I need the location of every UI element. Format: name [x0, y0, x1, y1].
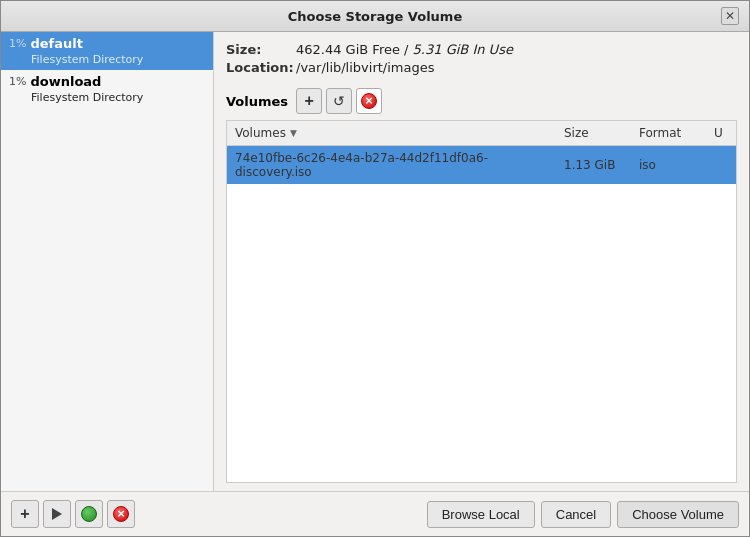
play-icon [52, 508, 62, 520]
location-label: Location: [226, 60, 296, 75]
delete-pool-icon [113, 506, 129, 522]
volumes-label: Volumes [226, 94, 288, 109]
right-panel: Size: 462.44 GiB Free / 5.31 GiB In Use … [214, 32, 749, 491]
bottom-toolbar: + Browse Local Cancel Choose Volume [1, 491, 749, 536]
cell-size-0: 1.13 GiB [556, 156, 631, 174]
add-icon: + [20, 506, 29, 522]
bottom-left-buttons: + [11, 500, 423, 528]
cell-volumes-0: 74e10fbe-6c26-4e4a-b27a-44d2f11df0a6-dis… [227, 149, 556, 181]
volumes-toolbar: Volumes + ↺ [226, 88, 737, 114]
table-body: 74e10fbe-6c26-4e4a-b27a-44d2f11df0a6-dis… [227, 146, 736, 482]
sidebar-sub-download: Filesystem Directory [31, 91, 143, 104]
delete-pool-button[interactable] [107, 500, 135, 528]
title-bar: Choose Storage Volume ✕ [1, 1, 749, 32]
table-row[interactable]: 74e10fbe-6c26-4e4a-b27a-44d2f11df0a6-dis… [227, 146, 736, 184]
volumes-table: Volumes ▼ Size Format U 74e10fbe-6c26-4e… [226, 120, 737, 483]
sidebar: 1% default Filesystem Directory 1% downl… [1, 32, 214, 491]
plus-icon: + [304, 93, 313, 109]
location-row: Location: /var/lib/libvirt/images [226, 60, 737, 75]
choose-volume-button[interactable]: Choose Volume [617, 501, 739, 528]
cancel-button[interactable]: Cancel [541, 501, 611, 528]
browse-local-button[interactable]: Browse Local [427, 501, 535, 528]
start-pool-button[interactable] [43, 500, 71, 528]
dialog-title: Choose Storage Volume [29, 9, 721, 24]
sidebar-percent-default: 1% [9, 37, 26, 50]
add-pool-button[interactable]: + [11, 500, 39, 528]
sidebar-name-download: download [30, 74, 101, 89]
cell-format-0: iso [631, 156, 706, 174]
col-header-size: Size [556, 124, 631, 142]
close-button[interactable]: ✕ [721, 7, 739, 25]
size-value: 462.44 GiB Free / 5.31 GiB In Use [296, 42, 513, 57]
main-content: 1% default Filesystem Directory 1% downl… [1, 32, 749, 491]
location-value: /var/lib/libvirt/images [296, 60, 435, 75]
sidebar-percent-download: 1% [9, 75, 26, 88]
cell-u-0 [706, 163, 736, 167]
refresh-icon: ↺ [333, 93, 345, 109]
col-header-format: Format [631, 124, 706, 142]
table-header: Volumes ▼ Size Format U [227, 121, 736, 146]
delete-icon [361, 93, 377, 109]
refresh-volumes-button[interactable]: ↺ [326, 88, 352, 114]
sidebar-name-default: default [30, 36, 82, 51]
sidebar-item-download[interactable]: 1% download Filesystem Directory [1, 70, 213, 108]
col-header-u: U [706, 124, 736, 142]
size-row: Size: 462.44 GiB Free / 5.31 GiB In Use [226, 42, 737, 57]
sort-arrow-icon: ▼ [290, 128, 297, 138]
delete-volume-button[interactable] [356, 88, 382, 114]
sidebar-sub-default: Filesystem Directory [31, 53, 143, 66]
bottom-right-buttons: Browse Local Cancel Choose Volume [427, 501, 739, 528]
add-volume-button[interactable]: + [296, 88, 322, 114]
stop-pool-button[interactable] [75, 500, 103, 528]
col-header-volumes: Volumes ▼ [227, 124, 556, 142]
sidebar-item-default[interactable]: 1% default Filesystem Directory [1, 32, 213, 70]
choose-storage-volume-dialog: Choose Storage Volume ✕ 1% default Files… [0, 0, 750, 537]
size-label: Size: [226, 42, 296, 57]
stop-icon [81, 506, 97, 522]
